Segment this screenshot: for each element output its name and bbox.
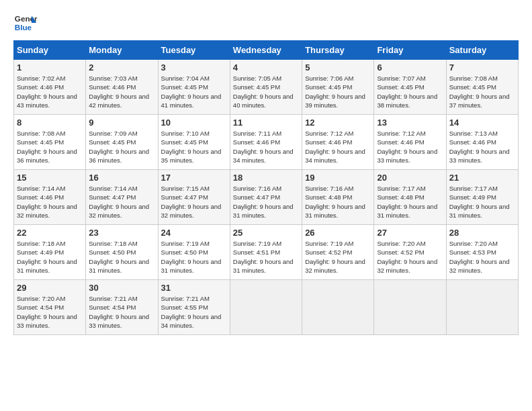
day-number: 17 [161, 173, 227, 183]
day-header-friday: Friday [374, 41, 446, 60]
day-number: 25 [233, 228, 299, 238]
week-row-2: 8Sunrise: 7:08 AMSunset: 4:45 PMDaylight… [14, 115, 519, 170]
calendar-cell: 5Sunrise: 7:06 AMSunset: 4:45 PMDaylight… [302, 60, 374, 115]
calendar-cell: 16Sunrise: 7:14 AMSunset: 4:47 PMDayligh… [86, 170, 158, 225]
day-info: Sunrise: 7:11 AMSunset: 4:46 PMDaylight:… [233, 129, 299, 165]
day-info: Sunrise: 7:20 AMSunset: 4:54 PMDaylight:… [17, 294, 83, 330]
calendar-cell [374, 280, 446, 335]
day-info: Sunrise: 7:03 AMSunset: 4:46 PMDaylight:… [89, 74, 154, 109]
day-number: 27 [377, 228, 443, 238]
day-number: 11 [233, 118, 299, 128]
day-info: Sunrise: 7:21 AMSunset: 4:55 PMDaylight:… [161, 294, 227, 330]
calendar-cell: 20Sunrise: 7:17 AMSunset: 4:48 PMDayligh… [374, 170, 446, 225]
day-number: 28 [449, 228, 515, 238]
calendar-cell [302, 280, 374, 335]
calendar-cell: 12Sunrise: 7:12 AMSunset: 4:46 PMDayligh… [302, 115, 374, 170]
logo: General Blue [13, 11, 38, 35]
week-row-4: 22Sunrise: 7:18 AMSunset: 4:49 PMDayligh… [14, 225, 519, 280]
day-header-thursday: Thursday [302, 41, 374, 60]
day-info: Sunrise: 7:08 AMSunset: 4:45 PMDaylight:… [449, 74, 515, 109]
day-info: Sunrise: 7:08 AMSunset: 4:45 PMDaylight:… [17, 129, 83, 165]
day-number: 4 [233, 62, 299, 73]
calendar-table: SundayMondayTuesdayWednesdayThursdayFrid… [13, 40, 519, 335]
day-header-saturday: Saturday [446, 41, 518, 60]
day-info: Sunrise: 7:17 AMSunset: 4:48 PMDaylight:… [377, 184, 443, 220]
header: General Blue [13, 11, 519, 35]
day-info: Sunrise: 7:18 AMSunset: 4:49 PMDaylight:… [17, 239, 83, 275]
calendar-cell: 1Sunrise: 7:02 AMSunset: 4:46 PMDaylight… [14, 60, 86, 115]
day-number: 30 [89, 283, 154, 293]
day-info: Sunrise: 7:20 AMSunset: 4:52 PMDaylight:… [377, 239, 443, 275]
calendar-cell [230, 280, 302, 335]
day-number: 29 [17, 283, 83, 293]
day-number: 21 [449, 173, 515, 183]
calendar-cell: 15Sunrise: 7:14 AMSunset: 4:46 PMDayligh… [14, 170, 86, 225]
week-row-5: 29Sunrise: 7:20 AMSunset: 4:54 PMDayligh… [14, 280, 519, 335]
day-number: 10 [161, 118, 227, 128]
day-number: 26 [305, 228, 371, 238]
day-number: 19 [305, 173, 371, 183]
day-info: Sunrise: 7:19 AMSunset: 4:51 PMDaylight:… [233, 239, 299, 275]
day-info: Sunrise: 7:02 AMSunset: 4:46 PMDaylight:… [17, 74, 83, 109]
day-number: 22 [17, 228, 83, 238]
calendar-cell: 10Sunrise: 7:10 AMSunset: 4:45 PMDayligh… [158, 115, 230, 170]
day-info: Sunrise: 7:15 AMSunset: 4:47 PMDaylight:… [161, 184, 227, 220]
day-info: Sunrise: 7:14 AMSunset: 4:47 PMDaylight:… [89, 184, 154, 220]
day-info: Sunrise: 7:19 AMSunset: 4:50 PMDaylight:… [161, 239, 227, 275]
calendar-cell: 6Sunrise: 7:07 AMSunset: 4:45 PMDaylight… [374, 60, 446, 115]
day-info: Sunrise: 7:06 AMSunset: 4:45 PMDaylight:… [305, 74, 371, 109]
day-info: Sunrise: 7:13 AMSunset: 4:46 PMDaylight:… [449, 129, 515, 165]
day-number: 13 [377, 118, 443, 128]
day-number: 24 [161, 228, 227, 238]
logo-icon: General Blue [13, 11, 38, 35]
calendar-cell: 4Sunrise: 7:05 AMSunset: 4:45 PMDaylight… [230, 60, 302, 115]
calendar-cell: 23Sunrise: 7:18 AMSunset: 4:50 PMDayligh… [86, 225, 158, 280]
day-info: Sunrise: 7:17 AMSunset: 4:49 PMDaylight:… [449, 184, 515, 220]
day-info: Sunrise: 7:10 AMSunset: 4:45 PMDaylight:… [161, 129, 227, 165]
calendar-cell: 29Sunrise: 7:20 AMSunset: 4:54 PMDayligh… [14, 280, 86, 335]
day-number: 6 [377, 62, 443, 73]
calendar-cell: 21Sunrise: 7:17 AMSunset: 4:49 PMDayligh… [446, 170, 518, 225]
day-header-tuesday: Tuesday [158, 41, 230, 60]
day-info: Sunrise: 7:19 AMSunset: 4:52 PMDaylight:… [305, 239, 371, 275]
calendar-cell: 7Sunrise: 7:08 AMSunset: 4:45 PMDaylight… [446, 60, 518, 115]
calendar-cell [446, 280, 518, 335]
calendar-cell: 9Sunrise: 7:09 AMSunset: 4:45 PMDaylight… [86, 115, 158, 170]
calendar-cell: 25Sunrise: 7:19 AMSunset: 4:51 PMDayligh… [230, 225, 302, 280]
calendar-cell: 3Sunrise: 7:04 AMSunset: 4:45 PMDaylight… [158, 60, 230, 115]
calendar-cell: 18Sunrise: 7:16 AMSunset: 4:47 PMDayligh… [230, 170, 302, 225]
day-number: 20 [377, 173, 443, 183]
calendar-cell: 30Sunrise: 7:21 AMSunset: 4:54 PMDayligh… [86, 280, 158, 335]
day-number: 15 [17, 173, 83, 183]
calendar-cell: 8Sunrise: 7:08 AMSunset: 4:45 PMDaylight… [14, 115, 86, 170]
day-info: Sunrise: 7:05 AMSunset: 4:45 PMDaylight:… [233, 74, 299, 109]
day-number: 2 [89, 62, 154, 73]
calendar-cell: 2Sunrise: 7:03 AMSunset: 4:46 PMDaylight… [86, 60, 158, 115]
day-info: Sunrise: 7:09 AMSunset: 4:45 PMDaylight:… [89, 129, 154, 165]
day-number: 12 [305, 118, 371, 128]
day-info: Sunrise: 7:04 AMSunset: 4:45 PMDaylight:… [161, 74, 227, 109]
day-info: Sunrise: 7:07 AMSunset: 4:45 PMDaylight:… [377, 74, 443, 109]
day-header-sunday: Sunday [14, 41, 86, 60]
calendar-cell: 13Sunrise: 7:12 AMSunset: 4:46 PMDayligh… [374, 115, 446, 170]
week-row-3: 15Sunrise: 7:14 AMSunset: 4:46 PMDayligh… [14, 170, 519, 225]
calendar-cell: 19Sunrise: 7:16 AMSunset: 4:48 PMDayligh… [302, 170, 374, 225]
calendar-cell: 24Sunrise: 7:19 AMSunset: 4:50 PMDayligh… [158, 225, 230, 280]
day-number: 16 [89, 173, 154, 183]
day-header-monday: Monday [86, 41, 158, 60]
day-number: 7 [449, 62, 515, 73]
calendar-cell: 26Sunrise: 7:19 AMSunset: 4:52 PMDayligh… [302, 225, 374, 280]
day-number: 18 [233, 173, 299, 183]
calendar-cell: 22Sunrise: 7:18 AMSunset: 4:49 PMDayligh… [14, 225, 86, 280]
calendar-cell: 27Sunrise: 7:20 AMSunset: 4:52 PMDayligh… [374, 225, 446, 280]
day-number: 5 [305, 62, 371, 73]
calendar-cell: 31Sunrise: 7:21 AMSunset: 4:55 PMDayligh… [158, 280, 230, 335]
day-number: 9 [89, 118, 154, 128]
header-row: SundayMondayTuesdayWednesdayThursdayFrid… [14, 41, 519, 60]
calendar-cell: 17Sunrise: 7:15 AMSunset: 4:47 PMDayligh… [158, 170, 230, 225]
day-info: Sunrise: 7:12 AMSunset: 4:46 PMDaylight:… [305, 129, 371, 165]
calendar-cell: 14Sunrise: 7:13 AMSunset: 4:46 PMDayligh… [446, 115, 518, 170]
day-number: 1 [17, 62, 83, 73]
day-info: Sunrise: 7:14 AMSunset: 4:46 PMDaylight:… [17, 184, 83, 220]
day-header-wednesday: Wednesday [230, 41, 302, 60]
